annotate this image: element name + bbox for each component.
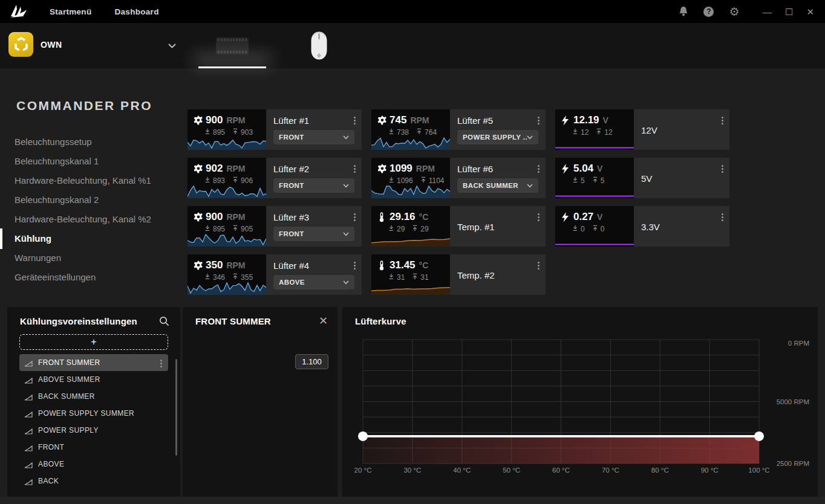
voltage-tile: 0.27 V 0 0 3.3V [555, 206, 729, 247]
fan-gear-icon [194, 115, 206, 125]
preset-list-item[interactable]: ABOVE SUMMER [19, 371, 168, 388]
sidebar-item[interactable]: Kühlung [0, 229, 181, 248]
max-value: 905 [241, 225, 253, 233]
voltage-sparkline [555, 185, 634, 198]
device-tab-commander-pro[interactable] [198, 23, 266, 68]
preset-dropdown[interactable]: FRONT [273, 130, 354, 144]
preset-list-item[interactable]: FRONT [19, 439, 168, 456]
min-arrow-icon [388, 176, 394, 185]
thermometer-icon [377, 212, 390, 222]
sidebar-item[interactable]: Hardware-Beleuchtung, Kanal %2 [0, 210, 181, 229]
min-arrow-icon [204, 176, 210, 185]
help-icon[interactable]: ? [703, 6, 714, 17]
rpm-value-input[interactable] [295, 354, 328, 369]
curve-icon [24, 376, 33, 384]
preset-list: FRONT SUMMER ABOVE SUMMER BACK SUMMER [19, 354, 168, 489]
fan-gear-icon [377, 115, 390, 125]
mouse-device-icon [311, 31, 327, 60]
editor-title: FRONT SUMMER [195, 316, 271, 326]
profile-chevron-down-icon[interactable] [168, 40, 176, 51]
preset-list-item[interactable]: FRONT SUMMER [19, 354, 168, 371]
search-icon[interactable] [159, 316, 169, 329]
preset-list-item[interactable]: BACK SUMMER [19, 388, 168, 405]
minimize-button[interactable]: — [763, 7, 772, 16]
preset-list-item[interactable]: POWER SUPPLY [19, 422, 168, 439]
tiles-column-2: 745 RPM 738 764 Lü [371, 109, 546, 303]
sidebar-item[interactable]: Warnungen [0, 248, 181, 268]
fan-rpm-value: 900 [206, 114, 223, 126]
max-value: 5 [601, 176, 605, 185]
fan-rpm-value: 900 [206, 211, 223, 223]
max-value: 0 [601, 225, 605, 233]
max-value: 12 [604, 128, 612, 137]
sidebar-item[interactable]: Geräteeinstellungen [0, 268, 181, 287]
sidebar-item[interactable]: Beleuchtungskanal 2 [0, 190, 181, 210]
footer-strip [0, 497, 825, 504]
sidebar-item[interactable]: Beleuchtungskanal 1 [0, 152, 181, 171]
min-arrow-icon [388, 273, 394, 282]
preset-dropdown[interactable]: BACK SUMMER [457, 178, 538, 193]
add-preset-button[interactable]: + [19, 334, 168, 350]
voltage-tile: 5.04 V 5 5 5V [555, 158, 729, 198]
preset-menu-button[interactable] [159, 358, 163, 369]
tile-menu-button[interactable] [353, 115, 357, 126]
min-arrow-icon [204, 225, 210, 233]
tile-menu-button[interactable] [536, 212, 541, 222]
min-arrow-icon [572, 176, 578, 185]
fan-tile: 900 RPM 895 903 Lüfter #1 [188, 109, 362, 150]
tile-menu-button[interactable] [720, 164, 725, 174]
y-axis-labels: 5000 RPM2500 RPM0 RPM [767, 340, 809, 464]
max-arrow-icon [592, 176, 598, 185]
x-tick-label: 70 °C [602, 467, 619, 474]
y-tick-label: 5000 RPM [777, 398, 809, 405]
close-button[interactable]: ✕ [806, 7, 814, 16]
curve-icon [24, 393, 33, 401]
tile-menu-button[interactable] [536, 260, 541, 271]
preset-dropdown[interactable]: POWER SUPPLY ... [457, 130, 538, 144]
x-tick-label: 40 °C [453, 467, 471, 474]
profile-selector[interactable]: OWN [8, 32, 62, 57]
close-icon[interactable]: ✕ [319, 314, 328, 328]
voltage-value: 0.27 [573, 211, 593, 223]
tiles-column-1: 900 RPM 895 903 Lüfter #1 [188, 109, 362, 303]
menu-dashboard[interactable]: Dashboard [114, 7, 158, 16]
settings-gear-icon[interactable]: ⚙ [729, 6, 740, 17]
preset-dropdown[interactable]: ABOVE [273, 275, 354, 289]
preset-list-item[interactable]: ABOVE [19, 456, 168, 473]
max-arrow-icon [596, 128, 602, 137]
min-arrow-icon [388, 128, 394, 137]
max-value: 903 [241, 128, 253, 137]
device-tab-mouse[interactable] [305, 23, 332, 68]
min-value: 12 [581, 128, 589, 137]
sidebar-item[interactable]: Hardware-Beleuchtung, Kanal %1 [0, 171, 181, 190]
temp-sparkline [371, 282, 450, 295]
preset-scrollbar[interactable] [175, 359, 177, 456]
commander-pro-device-icon [216, 37, 249, 54]
curve-icon [24, 359, 33, 367]
menu-startmenu[interactable]: Startmenü [50, 7, 91, 16]
preset-list-item[interactable]: BACK [19, 473, 168, 489]
sidebar-item[interactable]: Beleuchtungssetup [0, 132, 181, 152]
voltage-sparkline [555, 233, 634, 247]
tile-menu-button[interactable] [536, 115, 541, 126]
tile-menu-button[interactable] [536, 164, 541, 174]
tile-menu-button[interactable] [353, 212, 357, 222]
notifications-bell-icon[interactable] [678, 6, 689, 17]
corsair-logo[interactable] [0, 3, 39, 20]
chevron-down-icon [343, 135, 349, 140]
fan-tile: 1099 RPM 1096 1104 [371, 158, 546, 198]
preset-dropdown[interactable]: FRONT [273, 178, 354, 193]
tile-menu-button[interactable] [720, 115, 725, 126]
tile-menu-button[interactable] [353, 260, 357, 271]
voltage-value: 5.04 [573, 163, 593, 175]
max-arrow-icon [412, 273, 418, 282]
tile-menu-button[interactable] [353, 164, 357, 174]
fan-curve-chart[interactable] [363, 340, 759, 464]
tile-menu-button[interactable] [720, 212, 725, 222]
titlebar: Startmenü Dashboard ? ⚙ — ☐ ✕ [0, 0, 825, 23]
min-arrow-icon [204, 273, 210, 282]
preset-list-item[interactable]: POWER SUPPLY SUMMER [19, 405, 168, 422]
maximize-button[interactable]: ☐ [785, 7, 793, 16]
min-value: 1096 [397, 176, 413, 185]
preset-dropdown[interactable]: FRONT [273, 227, 354, 241]
